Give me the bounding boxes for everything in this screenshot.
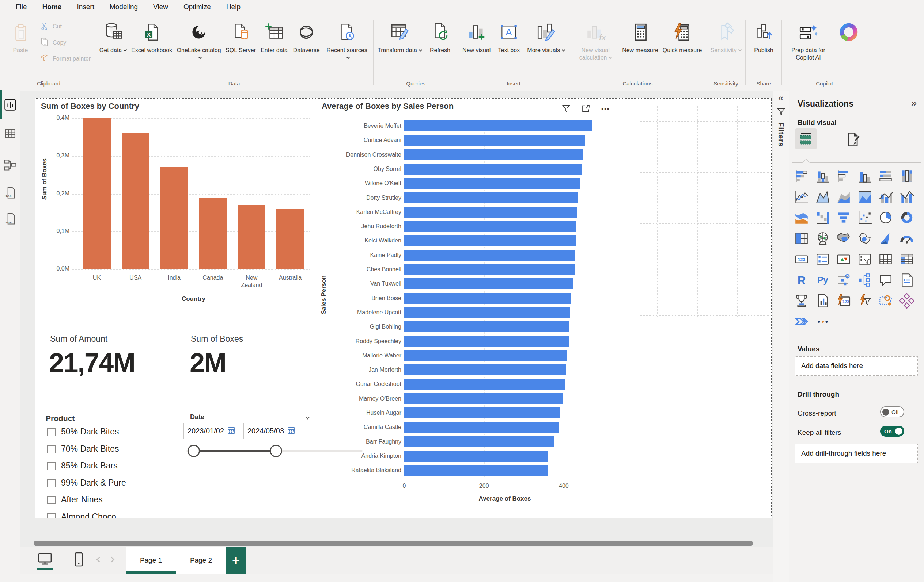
previous-page-arrow[interactable] (96, 557, 102, 563)
rail-report-view[interactable] (3, 97, 18, 112)
ribbon-button-copy[interactable]: Copy (36, 36, 93, 50)
date-end-input[interactable]: 2024/05/03 (243, 423, 299, 439)
ribbon-button-sql-server[interactable]: SQL Server (223, 19, 258, 56)
card-sum-of-amount[interactable]: Sum of Amount 21,74M (40, 315, 174, 408)
checkbox-50-dark-bites[interactable] (47, 428, 56, 436)
bar-kaine-padly[interactable] (404, 250, 575, 261)
ribbon-button-cut[interactable]: Cut (36, 20, 93, 34)
date-start-input[interactable]: 2023/01/02 (183, 423, 239, 439)
date-slider-handle-end[interactable] (270, 445, 282, 457)
menu-optimize[interactable]: Optimize (176, 1, 219, 13)
horizontal-scrollbar[interactable] (34, 541, 753, 546)
ribbon-button-paste[interactable]: Paste (4, 19, 36, 56)
tab-page-2[interactable]: Page 2 (176, 547, 226, 574)
bar-ches-bonnell[interactable] (404, 264, 574, 275)
date-slicer[interactable]: Date 2023/01/02 2024/05/03 (183, 412, 366, 518)
power-automate-visual-icon[interactable] (857, 293, 873, 309)
bar-husein-augar[interactable] (404, 408, 560, 418)
card-icon[interactable]: 123 (794, 252, 809, 267)
column-bar-uk[interactable] (83, 118, 111, 269)
bar-roddy-speechley[interactable] (404, 336, 569, 347)
slicer-item-99-dark-pure[interactable]: 99% Dark & Pure (61, 478, 126, 488)
rail-model-view[interactable] (3, 158, 18, 172)
tab-format-visual[interactable] (843, 130, 862, 149)
bar-andria-kimpton[interactable] (404, 450, 548, 462)
map-icon[interactable] (815, 231, 830, 246)
menu-insert[interactable]: Insert (69, 1, 102, 13)
column-bar-usa[interactable] (122, 133, 150, 269)
expand-filters-icon[interactable]: « (778, 93, 783, 103)
bar-kelci-walkden[interactable] (404, 235, 576, 246)
ribbon-button-transform-data[interactable]: Transform data (375, 19, 424, 56)
ribbon-button-prep-data-for-copilot-ai[interactable]: Prep data for Copilot AI (784, 19, 833, 63)
date-slider-range[interactable] (194, 450, 276, 452)
decomposition-tree-icon[interactable] (857, 272, 873, 288)
rail-dax-query-view[interactable]: DAX (3, 186, 18, 200)
bar-oby-sorrel[interactable] (404, 164, 582, 174)
slicer-item-85-dark-bars[interactable]: 85% Dark Bars (61, 461, 118, 471)
bar-beverie-moffet[interactable] (404, 120, 592, 132)
column-chart-visual[interactable]: Sum of Boxes by CountrySum of Boxes0,0M0… (37, 100, 318, 313)
r-script-visual-icon[interactable]: R (794, 272, 809, 288)
menu-view[interactable]: View (145, 1, 176, 13)
smart-narrative-icon[interactable] (899, 272, 914, 288)
filled-map-icon[interactable] (836, 231, 851, 246)
python-visual-icon[interactable]: Py (815, 272, 830, 288)
ribbon-button-dataverse[interactable]: Dataverse (290, 19, 322, 56)
ribbon-button-onelake-catalog[interactable]: OneLake catalog (174, 19, 223, 63)
scatter-chart-icon[interactable] (857, 210, 873, 225)
bar-marney-o-breen[interactable] (404, 393, 563, 404)
treemap-icon[interactable] (794, 231, 809, 246)
ribbon-button-get-data[interactable]: Get data (97, 19, 129, 56)
more-options-icon[interactable]: ⋯ (601, 107, 610, 111)
100-stacked-bar-chart-icon[interactable] (878, 168, 893, 184)
line-and-clustered-column-chart-icon[interactable] (899, 189, 914, 204)
tab-build-visual[interactable] (795, 128, 817, 149)
rail-table-view[interactable] (3, 127, 18, 141)
menu-help[interactable]: Help (219, 1, 248, 13)
menu-modeling[interactable]: Modeling (102, 1, 145, 13)
column-bar-new-zealand[interactable] (238, 205, 266, 270)
stacked-bar-chart-icon[interactable] (794, 168, 809, 184)
bar-gigi-bohling[interactable] (404, 321, 569, 332)
arcgis-map-icon[interactable] (878, 293, 893, 309)
card-sum-of-boxes[interactable]: Sum of Boxes 2M (181, 315, 315, 408)
ribbon-button-text-box[interactable]: AText box (493, 19, 525, 56)
bar-gunar-cockshoot[interactable] (404, 379, 565, 390)
bar-brien-boise[interactable] (404, 293, 571, 304)
filters-pane-title[interactable]: Filters (777, 122, 785, 147)
ribbon-button-new-measure[interactable]: New measure (620, 19, 660, 56)
100-stacked-area-chart-icon[interactable] (857, 189, 873, 204)
product-slicer[interactable]: Product 50% Dark Bites70% Dark Bites85% … (40, 412, 179, 518)
metrics-icon[interactable] (794, 293, 809, 309)
tab-page-1[interactable]: Page 1 (126, 547, 176, 574)
desktop-view-button[interactable] (36, 552, 53, 569)
checkbox-almond-choco[interactable] (47, 513, 56, 519)
multi-row-card-icon[interactable] (815, 252, 830, 267)
chevron-down-icon[interactable] (306, 416, 310, 419)
date-slider-handle-start[interactable] (188, 445, 200, 457)
bar-mallorie-waber[interactable] (404, 350, 567, 361)
azure-map-icon[interactable] (878, 231, 893, 246)
calendar-icon[interactable] (227, 426, 235, 436)
menu-home[interactable]: Home (35, 1, 69, 13)
slicer-item-70-dark-bites[interactable]: 70% Dark Bites (61, 444, 119, 454)
power-bi-custom-visuals-icon[interactable] (899, 293, 914, 309)
matrix-icon[interactable] (899, 252, 914, 267)
bar-jehu-rudeforth[interactable] (404, 221, 576, 232)
area-chart-icon[interactable] (815, 189, 830, 204)
stacked-area-chart-icon[interactable] (836, 189, 851, 204)
key-influencers-icon[interactable] (836, 272, 851, 288)
bar-van-tuxwell[interactable] (404, 278, 574, 289)
bar-barr-faughny[interactable] (404, 436, 554, 447)
100-stacked-column-chart-icon[interactable] (899, 168, 914, 184)
keep-all-filters-toggle[interactable]: On (880, 426, 904, 437)
power-apps-visual-icon[interactable]: 123 (836, 293, 851, 309)
cross-report-toggle[interactable]: Off (880, 406, 904, 418)
ribbon-button-more-visuals[interactable]: More visuals (525, 19, 567, 56)
column-bar-canada[interactable] (199, 197, 227, 269)
clustered-column-chart-icon[interactable] (857, 168, 873, 184)
slicer-item-after-nines[interactable]: After Nines (61, 495, 103, 505)
gauge-icon[interactable] (899, 231, 914, 246)
checkbox-99-dark-pure[interactable] (47, 479, 56, 487)
